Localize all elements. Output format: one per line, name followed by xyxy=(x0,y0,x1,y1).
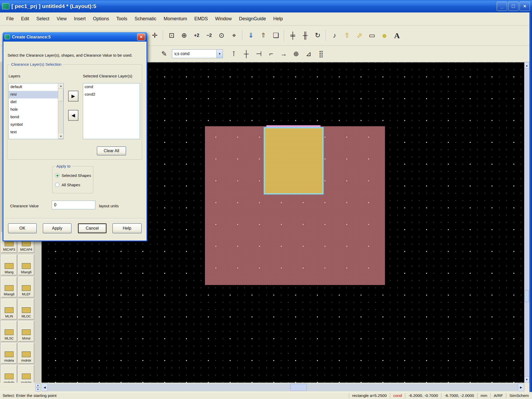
chevron-down-icon[interactable]: ▼ xyxy=(216,50,223,58)
menu-view[interactable]: View xyxy=(53,15,70,23)
help-button[interactable]: Help xyxy=(112,223,142,233)
clearance-value-input[interactable] xyxy=(52,201,95,209)
insert-angle-icon[interactable]: ⊿ xyxy=(303,48,314,60)
close-button[interactable]: × xyxy=(520,2,530,11)
copy-page-icon[interactable]: ❏ xyxy=(270,30,282,42)
insert-arc-icon[interactable]: ⊕ xyxy=(290,48,302,60)
maximize-button[interactable]: □ xyxy=(508,2,518,11)
menu-help[interactable]: Help xyxy=(270,15,287,23)
layer-item-diel[interactable]: diel xyxy=(9,98,58,106)
insert-cross-icon[interactable]: ┼ xyxy=(241,48,252,60)
horizontal-scrollbar[interactable]: ◀ ▶ xyxy=(42,383,524,391)
component-icon xyxy=(5,241,14,246)
arrow-up-icon[interactable]: ⇧ xyxy=(341,30,353,42)
import-icon[interactable]: ⇓ xyxy=(245,30,257,42)
menu-insert[interactable]: Insert xyxy=(70,15,89,23)
status-coordinate-b: -6.7000, -2.0000 xyxy=(441,393,477,398)
vertical-scrollbar[interactable]: ▲ ▼ xyxy=(524,62,529,383)
zoom-in-icon[interactable]: ⊕ xyxy=(178,30,190,42)
zoom-point-icon[interactable]: ⊙ xyxy=(216,30,227,42)
listbox-scroll-thumb[interactable] xyxy=(58,89,63,101)
layer-item-text[interactable]: text xyxy=(9,129,58,136)
ok-button[interactable]: OK xyxy=(8,223,37,233)
menu-momentum[interactable]: Momentum xyxy=(160,15,191,23)
selected-layers-listbox[interactable]: cond cond2 xyxy=(83,83,140,139)
palette-item-mlang[interactable]: Mlang xyxy=(1,255,17,275)
palette-scroll-control[interactable]: ▲ ▼ xyxy=(35,383,41,391)
scroll-up-icon[interactable]: ▲ xyxy=(524,62,529,69)
layer-item-resi[interactable]: resi xyxy=(9,91,58,98)
palette-item-rindela[interactable]: rindela xyxy=(1,343,17,364)
pencil-icon[interactable]: ✎ xyxy=(158,48,170,60)
insert-pin-icon[interactable]: ⊺ xyxy=(228,48,240,60)
rotate-icon[interactable]: ↻ xyxy=(312,30,323,42)
remove-layer-button[interactable]: ◀ xyxy=(68,110,78,121)
zoom-area-icon[interactable]: ⊡ xyxy=(166,30,177,42)
menu-designguide[interactable]: DesignGuide xyxy=(235,15,270,23)
zoom-fit-icon[interactable]: ⌖ xyxy=(228,30,240,42)
insert-extend-icon[interactable]: → xyxy=(278,48,289,60)
trace-icon[interactable]: ♪ xyxy=(329,30,340,42)
palette-item-mlin[interactable]: MLIN xyxy=(1,299,17,320)
grid-settings-icon[interactable]: ⣿ xyxy=(315,48,327,60)
selected-shapes-radio[interactable] xyxy=(55,173,59,178)
scroll-right-icon[interactable]: ▶ xyxy=(518,383,524,391)
palette-scroll-up-icon[interactable]: ▲ xyxy=(35,383,41,387)
palette-scroll-down-icon[interactable]: ▼ xyxy=(35,387,41,391)
palette-item-mrind[interactable]: Mrind xyxy=(18,321,34,342)
palette-item-mloc[interactable]: MLOC xyxy=(18,299,34,320)
palette-item-mlsc[interactable]: MLSC xyxy=(1,321,17,342)
menu-file[interactable]: File xyxy=(3,15,17,23)
dialog-close-icon[interactable]: × xyxy=(137,34,145,41)
menu-tools[interactable]: Tools xyxy=(113,15,131,23)
minimize-button[interactable]: _ xyxy=(497,2,507,11)
scroll-left-icon[interactable]: ◀ xyxy=(42,383,48,391)
export-icon[interactable]: ⇑ xyxy=(258,30,269,42)
dialog-title-bar[interactable]: Create Clearance:5 × xyxy=(3,32,147,42)
layers-listbox[interactable]: default resi diel hole bond symbol text … xyxy=(9,83,64,139)
insert-tee-icon[interactable]: ⊣ xyxy=(253,48,264,60)
text-tool-icon[interactable]: A xyxy=(391,30,403,42)
scroll-down-icon[interactable]: ▼ xyxy=(524,376,529,383)
selected-layer-cond2[interactable]: cond2 xyxy=(83,91,140,98)
arrow-ne-icon[interactable]: ⇧ xyxy=(351,27,368,44)
menu-options[interactable]: Options xyxy=(89,15,113,23)
vertical-scroll-thumb[interactable] xyxy=(524,290,529,302)
listbox-scrollbar[interactable]: ▲ ▼ xyxy=(58,83,63,139)
layer-item-default[interactable]: default xyxy=(9,83,58,91)
palette-item-rindnbr[interactable]: rindnbr xyxy=(18,343,34,364)
insert-corner-icon[interactable]: ⌐ xyxy=(265,48,277,60)
pan-icon[interactable]: ✛ xyxy=(149,30,161,42)
selected-layer-cond[interactable]: cond xyxy=(83,83,140,91)
apply-button[interactable]: Apply xyxy=(43,223,71,233)
palette-item-mlang6[interactable]: Mlang6 xyxy=(18,255,34,275)
horizontal-scroll-thumb[interactable] xyxy=(290,384,307,391)
all-shapes-radio[interactable] xyxy=(55,183,59,187)
component-icon xyxy=(5,351,14,357)
menu-window[interactable]: Window xyxy=(211,15,235,23)
layer-item-symbol[interactable]: symbol xyxy=(9,121,58,129)
rectangle-tool-icon[interactable]: ▭ xyxy=(366,30,378,42)
menu-select[interactable]: Select xyxy=(33,15,53,23)
circle-tool-icon[interactable]: ● xyxy=(379,30,390,42)
zoom-in-2x-icon[interactable]: +2 xyxy=(191,30,202,42)
zoom-out-2x-icon[interactable]: −2 xyxy=(203,30,215,42)
clear-all-button[interactable]: Clear All xyxy=(97,147,126,155)
palette-item-mlef[interactable]: MLEF xyxy=(18,277,34,297)
layer-item-hole[interactable]: hole xyxy=(9,106,58,114)
menu-edit[interactable]: Edit xyxy=(17,15,33,23)
menu-emds[interactable]: EMDS xyxy=(191,15,211,23)
palette-item-mlang8[interactable]: Mlang8 xyxy=(1,277,17,297)
add-layer-button[interactable]: ▶ xyxy=(68,91,78,101)
cancel-button[interactable]: Cancel xyxy=(78,223,107,233)
layer-select-dropdown[interactable]: v,s cond ▼ xyxy=(172,49,223,58)
align-horizontal-icon[interactable]: ╪ xyxy=(287,30,298,42)
listbox-scroll-up-icon[interactable]: ▲ xyxy=(58,83,64,89)
window-title: [ pec1_prj ] untitled4 * (Layout):5 xyxy=(11,3,497,9)
layer-item-bond[interactable]: bond xyxy=(9,114,58,121)
menu-schematic[interactable]: Schematic xyxy=(131,15,160,23)
selected-conductor-rectangle[interactable] xyxy=(264,127,323,194)
align-vertical-icon[interactable]: ╫ xyxy=(300,30,311,42)
layer-select-value: v,s cond xyxy=(172,51,216,56)
listbox-scroll-down-icon[interactable]: ▼ xyxy=(58,134,64,139)
